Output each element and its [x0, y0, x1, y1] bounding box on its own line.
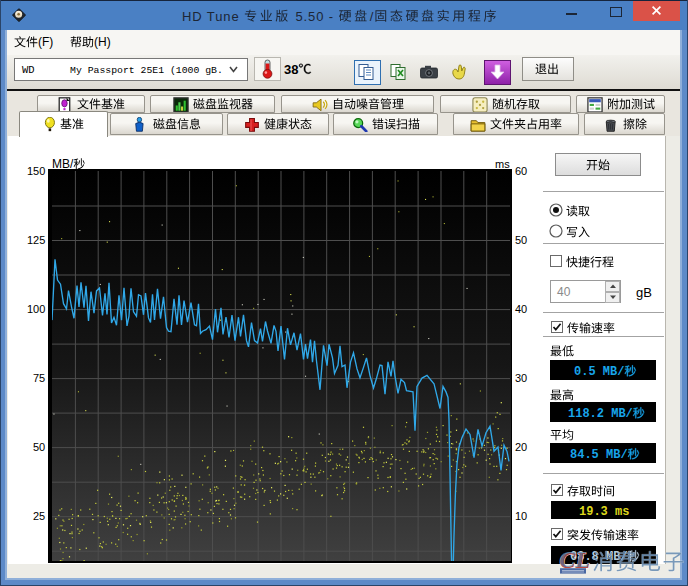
svg-text:gB: gB: [636, 285, 652, 300]
svg-text:/: /: [370, 8, 375, 23]
svg-text:0.5 MB/: 0.5 MB/: [574, 365, 624, 379]
svg-text:20: 20: [515, 442, 527, 454]
svg-text:118.2 MB/: 118.2 MB/: [568, 407, 633, 421]
svg-text:25: 25: [33, 511, 45, 523]
svg-text:10: 10: [515, 511, 527, 523]
svg-text:50: 50: [515, 234, 527, 246]
svg-text:38: 38: [284, 62, 298, 77]
svg-text:WD: WD: [22, 64, 35, 76]
svg-text:19.3 ms: 19.3 ms: [579, 505, 629, 519]
svg-text:100: 100: [27, 304, 45, 316]
svg-text:(F): (F): [38, 35, 53, 49]
svg-text:MB/: MB/: [52, 157, 74, 171]
svg-text:HD Tune: HD Tune: [182, 8, 244, 23]
svg-text:CL: CL: [559, 546, 590, 572]
svg-text:30: 30: [515, 373, 527, 385]
svg-text:40: 40: [557, 285, 571, 299]
svg-text:150: 150: [27, 165, 45, 177]
svg-text:84.5 MB/: 84.5 MB/: [570, 448, 628, 462]
svg-text:(H): (H): [94, 35, 111, 49]
svg-text:My Passport 25E1 (1000 gB.: My Passport 25E1 (1000 gB.: [70, 65, 223, 76]
svg-text:75: 75: [33, 373, 45, 385]
svg-text:125: 125: [27, 234, 45, 246]
svg-text:40: 40: [515, 304, 527, 316]
svg-text:60: 60: [515, 165, 527, 177]
svg-text:ms: ms: [495, 158, 510, 170]
svg-text:5.50 -: 5.50 -: [291, 8, 339, 23]
svg-text:50: 50: [33, 442, 45, 454]
